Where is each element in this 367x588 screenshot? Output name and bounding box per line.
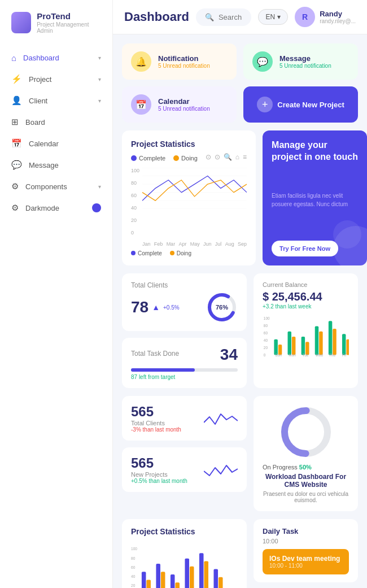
svg-rect-17 xyxy=(292,337,295,355)
logo-sub: Project Management Admin xyxy=(37,21,101,34)
sidebar-item-message[interactable]: 💬 Message xyxy=(0,154,112,176)
chart-tool-icon2: ⊙ xyxy=(215,153,220,161)
metric-info-1: 565 Total Clients -3% than last month xyxy=(131,404,181,433)
user-email: randy.riley@... xyxy=(320,18,356,24)
chart-tool-icon3: 🔍 xyxy=(224,153,232,161)
svg-text:Mon: Mon xyxy=(289,353,296,357)
metrics-row: 565 Total Clients -3% than last month 56… xyxy=(122,396,358,511)
svg-text:40: 40 xyxy=(131,574,136,578)
language-button[interactable]: EN ▾ xyxy=(258,9,288,25)
svg-text:60: 60 xyxy=(131,565,136,569)
chevron-down-icon: ▾ xyxy=(98,98,101,104)
svg-text:80: 80 xyxy=(131,556,136,560)
svg-rect-42 xyxy=(156,564,160,588)
two-col-metrics: 565 Total Clients -3% than last month 56… xyxy=(122,396,247,511)
chevron-down-icon: ▾ xyxy=(98,184,101,190)
svg-rect-50 xyxy=(213,569,218,588)
svg-rect-22 xyxy=(329,321,332,355)
project-statistics-card: Project Statistics Complete Doing ⊙ ⊙ 🔍 xyxy=(122,130,256,265)
svg-text:20: 20 xyxy=(264,346,268,350)
user-name: Randy xyxy=(320,10,356,18)
calendar-card-icon: 📅 xyxy=(131,94,151,115)
calendar-icon: 📅 xyxy=(11,138,22,149)
donut-percent: 76% xyxy=(216,304,228,311)
svg-text:80: 80 xyxy=(264,324,268,328)
svg-text:20: 20 xyxy=(131,583,136,587)
svg-rect-14 xyxy=(274,339,277,355)
search-icon: 🔍 xyxy=(205,13,214,21)
donut-card: On Progress 50% Workload Dashboard For C… xyxy=(254,396,358,511)
svg-text:Fri: Fri xyxy=(342,353,347,357)
svg-rect-44 xyxy=(171,574,175,588)
plus-icon: + xyxy=(257,97,273,112)
chevron-down-icon: ▾ xyxy=(277,13,281,21)
legend-complete: Complete xyxy=(131,155,165,162)
search-bar[interactable]: 🔍 xyxy=(196,8,252,26)
svg-rect-49 xyxy=(204,561,208,588)
balance-card: Current Balance $ 25,456.44 +3.2 than la… xyxy=(254,273,358,388)
clients-donut: 76% xyxy=(206,291,238,323)
create-project-button[interactable]: + Create New Project xyxy=(243,86,358,123)
mini-cards-left: Total Clients 78 ▲ +0.5% xyxy=(122,273,247,388)
line-chart: 100806040200 xyxy=(131,168,247,247)
task-progress-bar xyxy=(131,368,195,372)
sidebar-item-dashboard[interactable]: ⌂ Dashboard ▾ xyxy=(0,47,112,68)
svg-text:60: 60 xyxy=(264,331,268,335)
sidebar-item-components[interactable]: ⚙ Components ▾ xyxy=(0,176,112,197)
logo-icon xyxy=(11,12,31,33)
sidebar-item-calendar[interactable]: 📅 Calendar xyxy=(0,133,112,154)
chevron-down-icon: ▾ xyxy=(98,76,101,82)
notification-icon: 🔔 xyxy=(131,51,151,72)
search-input[interactable] xyxy=(219,13,243,21)
legend-doing-dot xyxy=(173,155,179,161)
promo-cta-button[interactable]: Try For Free Now xyxy=(272,241,338,256)
message-card: 💬 Message 5 Unread notification xyxy=(243,43,358,80)
metric-info-2: 565 New Projects +0.5% than last month xyxy=(131,455,187,484)
task-header-row: Total Task Done 34 xyxy=(131,346,238,364)
sidebar-item-darkmode[interactable]: ⚙ Darkmode xyxy=(0,197,112,219)
svg-rect-51 xyxy=(219,577,223,588)
home-icon: ⌂ xyxy=(11,53,16,63)
legend-doing: Doing xyxy=(173,155,198,162)
chevron-down-icon: ▾ xyxy=(98,55,101,61)
stats-row: Total Clients 78 ▲ +0.5% xyxy=(122,273,358,388)
chart-legend: Complete Doing ⊙ ⊙ 🔍 ⌂ ≡ xyxy=(131,153,247,163)
total-clients-metric: 565 Total Clients -3% than last month xyxy=(122,396,247,441)
avatar: R xyxy=(295,7,315,27)
daily-task-card: Daily Task 10:00 IOs Dev team meeting 10… xyxy=(254,519,358,582)
sidebar-item-board[interactable]: ⊞ Board xyxy=(0,111,112,133)
promo-decoration-2 xyxy=(333,220,361,249)
sidebar-logo: ProTend Project Management Admin xyxy=(0,11,112,47)
chart-tool-icon4: ⌂ xyxy=(235,153,239,161)
sidebar-item-project[interactable]: ⚡ Project ▾ xyxy=(0,68,112,90)
promo-card: Manage your project in one touch Etiam f… xyxy=(263,130,367,265)
chart-y-labels: 100806040200 xyxy=(131,168,139,236)
svg-rect-16 xyxy=(288,332,291,355)
svg-rect-48 xyxy=(199,553,204,588)
darkmode-toggle[interactable] xyxy=(92,203,101,212)
logo-text: ProTend xyxy=(37,11,101,21)
balance-chart-svg: 100 80 60 40 20 0 xyxy=(263,314,349,359)
calendar-card: 📅 Calendar 5 Unread notification xyxy=(122,86,237,123)
chart-toolbar: ⊙ ⊙ 🔍 ⌂ ≡ xyxy=(206,153,247,161)
legend-complete-dot xyxy=(131,155,137,161)
svg-rect-20 xyxy=(315,326,318,355)
bottom-bar-chart-svg: 100 80 60 40 20 0 xyxy=(131,541,238,588)
total-task-card: Total Task Done 34 87 left from target xyxy=(122,338,247,388)
user-info: R Randy randy.riley@... xyxy=(295,7,356,27)
balance-bar-chart: 100 80 60 40 20 0 xyxy=(263,314,349,359)
task-event: IOs Dev team meeting 10:00 - 11:00 xyxy=(263,549,349,574)
svg-rect-41 xyxy=(146,580,151,588)
message-icon: 💬 xyxy=(11,160,22,170)
svg-rect-40 xyxy=(142,572,146,588)
svg-text:Tue: Tue xyxy=(302,353,308,357)
main-area: Dashboard 🔍 EN ▾ R Randy randy.riley@...… xyxy=(113,0,367,588)
chart-x-labels: JanFebMarAprMayJunJulAugSep xyxy=(142,241,247,247)
header: Dashboard 🔍 EN ▾ R Randy randy.riley@... xyxy=(113,0,367,34)
notification-card: 🔔 Notification 5 Unread notification xyxy=(122,43,237,80)
sidebar-item-client[interactable]: 👤 Client ▾ xyxy=(0,90,112,111)
svg-rect-25 xyxy=(346,339,349,355)
sparkline-1 xyxy=(204,408,238,429)
clients-row: 78 ▲ +0.5% 76% xyxy=(131,291,238,323)
svg-rect-45 xyxy=(175,582,180,588)
